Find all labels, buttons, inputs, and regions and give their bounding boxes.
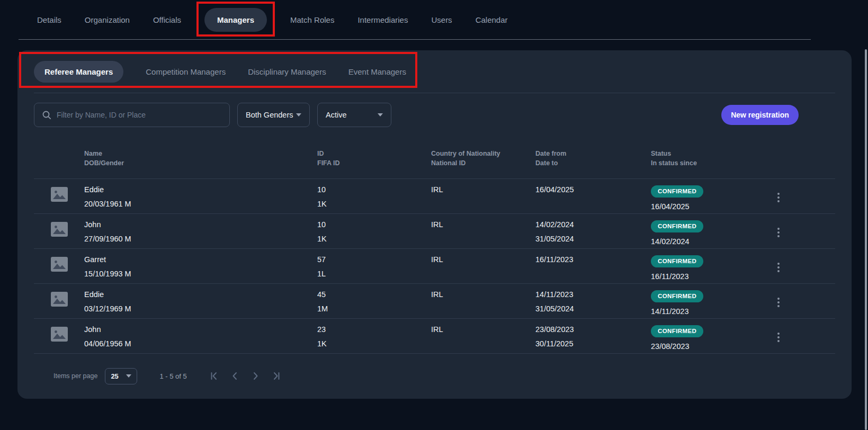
first-page-button[interactable] — [209, 372, 218, 380]
header-id: ID FIFA ID — [317, 149, 431, 168]
chevron-left-icon — [230, 372, 239, 380]
chevron-down-icon — [296, 113, 301, 117]
subtab-event-managers[interactable]: Event Managers — [348, 67, 406, 76]
avatar — [34, 255, 84, 274]
header-name: Name DOB/Gender — [84, 149, 317, 168]
table-header-row: Name DOB/Gender ID FIFA ID Country of Na… — [34, 127, 835, 178]
pager-buttons — [209, 372, 281, 380]
in-status-since: 16/11/2023 — [651, 272, 775, 281]
subtab-competition-managers[interactable]: Competition Managers — [146, 67, 226, 76]
next-page-button[interactable] — [252, 372, 260, 380]
avatar — [34, 325, 84, 344]
in-status-since: 16/04/2025 — [651, 202, 775, 211]
status-filter-select[interactable]: Active — [317, 103, 391, 127]
tab-match-roles[interactable]: Match Roles — [290, 15, 334, 24]
in-status-since: 14/11/2023 — [651, 307, 775, 316]
table-row[interactable]: Garret 15/10/1993 M 57 1L IRL 16/11/2023… — [34, 248, 835, 283]
cell-name: John 27/09/1960 M — [84, 220, 317, 243]
header-dates: Date from Date to — [535, 149, 651, 168]
table-row[interactable]: John 04/06/1956 M 23 1K IRL 23/08/2023 3… — [34, 318, 835, 353]
pagination-range: 1 - 5 of 5 — [159, 372, 186, 380]
cell-country: IRL — [431, 185, 535, 194]
search-input[interactable] — [57, 111, 222, 119]
status-badge: CONFIRMED — [651, 325, 703, 337]
cell-id: 45 1M — [317, 290, 431, 313]
header-status: Status In status since — [651, 149, 775, 168]
row-menu-kebab-icon[interactable] — [775, 191, 782, 204]
last-page-icon — [273, 372, 281, 380]
cell-country: IRL — [431, 220, 535, 229]
tab-organization[interactable]: Organization — [85, 15, 130, 24]
table-row[interactable]: John 27/09/1960 M 10 1K IRL 14/02/2024 3… — [34, 213, 835, 248]
managers-table: Name DOB/Gender ID FIFA ID Country of Na… — [34, 127, 835, 354]
chevron-right-icon — [252, 372, 260, 380]
tab-officials[interactable]: Officials — [153, 15, 181, 24]
cell-actions — [775, 255, 835, 277]
image-placeholder-icon — [51, 222, 68, 237]
cell-name: Eddie 03/12/1969 M — [84, 290, 317, 313]
table-row[interactable]: Eddie 03/12/1969 M 45 1M IRL 14/11/2023 … — [34, 283, 835, 318]
cell-status: CONFIRMED 14/02/2024 — [651, 220, 775, 246]
cell-status: CONFIRMED 14/11/2023 — [651, 290, 775, 316]
status-filter-value: Active — [326, 111, 347, 119]
items-per-page-label: Items per page — [53, 372, 97, 380]
avatar — [34, 220, 84, 239]
tab-managers-label: Managers — [217, 15, 254, 24]
row-menu-kebab-icon[interactable] — [775, 330, 782, 344]
top-nav-divider — [19, 39, 811, 40]
tab-details[interactable]: Details — [37, 15, 61, 24]
previous-page-button[interactable] — [230, 372, 239, 380]
cell-dates: 16/04/2025 — [535, 185, 651, 200]
cell-dates: 14/11/2023 31/05/2024 — [535, 290, 651, 313]
row-menu-kebab-icon[interactable] — [775, 226, 782, 239]
cell-id: 10 1K — [317, 220, 431, 243]
subtab-disciplinary-managers[interactable]: Disciplinary Managers — [248, 67, 326, 76]
status-badge: CONFIRMED — [651, 220, 703, 232]
cell-status: CONFIRMED 16/04/2025 — [651, 185, 775, 211]
tab-calendar[interactable]: Calendar — [476, 15, 508, 24]
top-tab-bar: Details Organization Officials Managers … — [0, 0, 508, 39]
avatar — [34, 185, 84, 204]
cell-actions — [775, 325, 835, 347]
cell-actions — [775, 185, 835, 208]
vertical-scrollbar[interactable] — [865, 49, 867, 430]
image-placeholder-icon — [51, 187, 68, 202]
image-placeholder-icon — [51, 327, 68, 342]
row-menu-kebab-icon[interactable] — [775, 295, 782, 309]
table-row[interactable]: Eddie 20/03/1961 M 10 1K IRL 16/04/2025 … — [34, 178, 835, 213]
cell-actions — [775, 290, 835, 312]
cell-id: 57 1L — [317, 255, 431, 278]
in-status-since: 14/02/2024 — [651, 237, 775, 246]
search-filter-box[interactable] — [34, 103, 230, 127]
subtab-referee-managers[interactable]: Referee Managers — [34, 61, 123, 83]
cell-id: 10 1K — [317, 185, 431, 208]
cell-name: John 04/06/1956 M — [84, 325, 317, 348]
row-menu-kebab-icon[interactable] — [775, 261, 782, 274]
pagination-bar: Items per page 25 1 - 5 of 5 — [34, 361, 835, 391]
cell-dates: 14/02/2024 31/05/2024 — [535, 220, 651, 243]
gender-filter-value: Both Genders — [246, 111, 293, 119]
status-badge: CONFIRMED — [651, 290, 703, 302]
cell-country: IRL — [431, 255, 535, 264]
cell-country: IRL — [431, 325, 535, 334]
tab-managers[interactable]: Managers — [204, 8, 267, 32]
cell-actions — [775, 220, 835, 243]
chevron-down-icon — [126, 374, 131, 378]
cell-country: IRL — [431, 290, 535, 299]
cell-name: Garret 15/10/1993 M — [84, 255, 317, 278]
tab-users[interactable]: Users — [431, 15, 452, 24]
status-badge: CONFIRMED — [651, 185, 703, 198]
items-per-page-value: 25 — [111, 372, 118, 380]
cell-status: CONFIRMED 16/11/2023 — [651, 255, 775, 281]
items-per-page-select[interactable]: 25 — [105, 368, 137, 384]
sub-tab-bar: Referee Managers Competition Managers Di… — [34, 50, 835, 93]
last-page-button[interactable] — [273, 372, 281, 380]
cell-name: Eddie 20/03/1961 M — [84, 185, 317, 208]
new-registration-button[interactable]: New registration — [721, 105, 799, 125]
gender-filter-select[interactable]: Both Genders — [237, 103, 310, 127]
cell-status: CONFIRMED 23/08/2023 — [651, 325, 775, 351]
in-status-since: 23/08/2023 — [651, 342, 775, 351]
first-page-icon — [209, 372, 218, 380]
image-placeholder-icon — [51, 292, 68, 307]
tab-intermediaries[interactable]: Intermediaries — [357, 15, 408, 24]
